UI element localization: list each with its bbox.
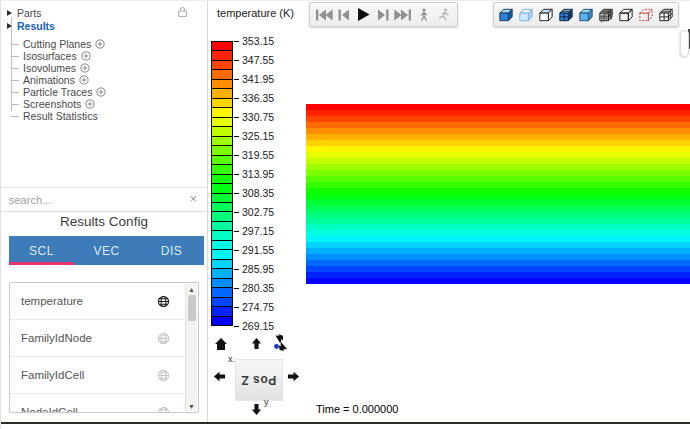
tree-item-isosurfaces[interactable]: Isosurfaces xyxy=(1,50,207,62)
scrollbar-thumb[interactable] xyxy=(188,295,196,321)
app-window: PartsResultsCutting PlanesIsosurfacesIso… xyxy=(0,0,690,429)
render-mode-wireframe-icon[interactable] xyxy=(616,4,635,25)
tree-item-isovolumes[interactable]: Isovolumes xyxy=(1,62,207,74)
run-animate-button[interactable] xyxy=(434,4,452,25)
globe-icon[interactable] xyxy=(157,295,170,308)
walk-animate-button[interactable] xyxy=(414,4,432,25)
play-button[interactable] xyxy=(355,4,373,25)
legend-tick-label: 330.75 xyxy=(242,111,274,123)
pos-z-button[interactable]: Pos Z xyxy=(235,359,283,401)
variable-row-temperature[interactable]: temperature xyxy=(10,283,198,320)
color-legend-bar xyxy=(211,41,233,326)
tree-item-cutting-planes[interactable]: Cutting Planes xyxy=(1,38,207,50)
render-mode-toolbar xyxy=(493,2,679,27)
legend-tick-label: 341.95 xyxy=(242,73,274,85)
tree-item-label: Isovolumes xyxy=(23,62,76,74)
variable-name: FamilyIdCell xyxy=(10,369,84,381)
tree-item-label: Particle Traces xyxy=(23,86,92,98)
add-icon[interactable] xyxy=(80,63,90,73)
time-readout: Time = 0.000000 xyxy=(316,403,398,415)
add-icon[interactable] xyxy=(96,87,106,97)
legend-tick xyxy=(234,212,239,213)
render-mode-flat-shaded-icon[interactable] xyxy=(577,4,596,25)
tree-item-particle-traces[interactable]: Particle Traces xyxy=(1,86,207,98)
legend-tick-label: 353.15 xyxy=(242,35,274,47)
rotate-view-icon[interactable] xyxy=(268,333,292,355)
globe-icon[interactable] xyxy=(157,406,170,413)
legend-tick-label: 325.15 xyxy=(242,130,274,142)
viewport-scrollbar[interactable] xyxy=(680,30,689,57)
legend-tick xyxy=(234,117,239,118)
legend-tick xyxy=(234,136,239,137)
globe-icon[interactable] xyxy=(157,369,170,382)
legend-tick-label: 269.15 xyxy=(242,320,274,332)
clear-search-icon[interactable]: × xyxy=(189,191,197,207)
render-mode-hidden-line-icon[interactable] xyxy=(537,4,556,25)
jump-to-start-button[interactable] xyxy=(315,4,333,25)
tab-dis[interactable]: DIS xyxy=(139,236,204,265)
render-mode-shaded-mesh-icon[interactable] xyxy=(557,4,576,25)
add-icon[interactable] xyxy=(79,75,89,85)
scroll-down-icon[interactable]: ▼ xyxy=(186,401,197,411)
legend-tick xyxy=(234,41,239,42)
legend-tick-label: 308.35 xyxy=(242,187,274,199)
jump-to-end-button[interactable] xyxy=(394,4,412,25)
expand-chevron-icon[interactable] xyxy=(7,10,12,16)
tree-branch-line xyxy=(11,56,19,57)
render-mode-points-dashed-icon[interactable] xyxy=(636,4,655,25)
tree-item-label: Result Statistics xyxy=(23,110,98,122)
axis-y-label: y xyxy=(264,397,269,407)
lock-icon[interactable] xyxy=(177,4,188,22)
window-bottom-border xyxy=(1,422,690,424)
tree-branch-line xyxy=(11,104,19,105)
legend-tick xyxy=(234,250,239,251)
render-mode-mesh-coarse-icon[interactable] xyxy=(656,4,675,25)
variable-row-familyidnode[interactable]: FamilyIdNode xyxy=(10,320,198,357)
tree-item-label: Isosurfaces xyxy=(23,50,77,62)
pan-right-icon[interactable] xyxy=(287,370,300,383)
variable-list-scrollbar[interactable]: ▲ ▼ xyxy=(185,284,197,411)
legend-tick-label: 280.35 xyxy=(242,282,274,294)
tree-item-label: Results xyxy=(17,20,55,32)
tab-scl[interactable]: SCL xyxy=(9,236,74,265)
home-view-icon[interactable] xyxy=(214,338,228,351)
variable-row-familyidcell[interactable]: FamilyIdCell xyxy=(10,357,198,394)
legend-tick-label: 285.95 xyxy=(242,263,274,275)
pan-up-icon[interactable] xyxy=(250,337,263,350)
render-mode-shaded-icon[interactable] xyxy=(497,4,516,25)
tree-branch-line xyxy=(11,92,19,93)
legend-tick xyxy=(234,155,239,156)
pan-down-icon[interactable] xyxy=(250,403,263,416)
legend-tick xyxy=(234,269,239,270)
globe-icon[interactable] xyxy=(157,332,170,345)
variable-name: NodeIdCell xyxy=(10,406,78,413)
add-icon[interactable] xyxy=(85,99,95,109)
render-viewport[interactable] xyxy=(306,104,690,284)
search-input[interactable] xyxy=(9,190,179,210)
sidebar: PartsResultsCutting PlanesIsosurfacesIso… xyxy=(1,1,208,422)
tree-item-screenshots[interactable]: Screenshots xyxy=(1,98,207,110)
pan-left-icon[interactable] xyxy=(213,370,226,383)
render-mode-mesh-fine-icon[interactable] xyxy=(596,4,615,25)
legend-tick-label: 297.15 xyxy=(242,225,274,237)
tree-branch-line xyxy=(11,44,19,45)
scroll-up-icon[interactable]: ▲ xyxy=(186,284,197,294)
tree-item-result-statistics[interactable]: Result Statistics xyxy=(1,110,207,122)
tree-item-label: Parts xyxy=(17,7,42,19)
add-icon[interactable] xyxy=(95,39,105,49)
variable-row-nodeidcell[interactable]: NodeIdCell xyxy=(10,394,198,413)
expand-chevron-icon[interactable] xyxy=(7,23,12,29)
playback-toolbar xyxy=(309,2,458,27)
active-tab-underline xyxy=(9,262,74,265)
step-back-button[interactable] xyxy=(335,4,353,25)
add-icon[interactable] xyxy=(81,51,91,61)
results-tree: PartsResultsCutting PlanesIsosurfacesIso… xyxy=(1,1,207,188)
tree-item-label: Animations xyxy=(23,74,75,86)
legend-tick xyxy=(234,288,239,289)
tree-item-animations[interactable]: Animations xyxy=(1,74,207,86)
tab-vec[interactable]: VEC xyxy=(74,236,139,265)
legend-tick xyxy=(234,193,239,194)
legend-tick xyxy=(234,79,239,80)
step-forward-button[interactable] xyxy=(375,4,393,25)
render-mode-shaded-transparent-icon[interactable] xyxy=(517,4,536,25)
